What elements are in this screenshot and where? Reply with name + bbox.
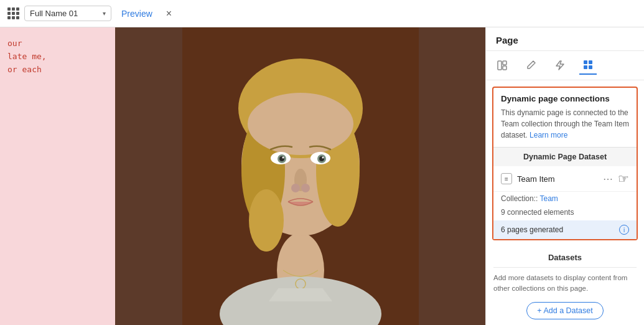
dataset-section-header: Dynamic Page Dataset (493, 147, 637, 166)
cursor-icon: ☞ (618, 171, 629, 186)
top-bar: Full Name 01 ▾ Preview × (0, 0, 644, 27)
datasets-description: Add more datasets to display content fro… (493, 273, 637, 294)
datasets-section-title: Datasets (493, 253, 637, 268)
svg-point-19 (301, 184, 310, 192)
close-button[interactable]: × (162, 7, 175, 21)
svg-point-16 (322, 157, 324, 159)
svg-rect-21 (498, 61, 502, 70)
svg-point-7 (249, 189, 284, 252)
page-title: Page (486, 27, 644, 51)
learn-more-link[interactable]: Learn more (530, 131, 567, 139)
dynamic-page-connections-section: Dynamic page connections This dynamic pa… (492, 87, 638, 240)
svg-rect-23 (503, 66, 506, 70)
apps-icon[interactable] (7, 7, 19, 19)
dataset-item-icon: ≡ (501, 173, 512, 184)
collection-link[interactable]: Team (539, 194, 558, 203)
svg-rect-26 (584, 65, 587, 69)
svg-point-18 (291, 184, 300, 192)
tab-layout-icon[interactable] (493, 57, 511, 74)
dpc-description: This dynamic page is connected to the Te… (493, 107, 637, 147)
svg-rect-25 (589, 60, 592, 64)
svg-point-15 (282, 157, 284, 159)
code-panel: our late me, or each (0, 27, 115, 325)
svg-rect-24 (584, 60, 587, 64)
dataset-item-row: ≡ Team Item ⋯ ☞ (493, 166, 637, 192)
main-content: our late me, or each (0, 27, 644, 325)
dpc-title: Dynamic page connections (493, 88, 637, 107)
dataset-item-name: Team Item (517, 174, 598, 184)
preview-button[interactable]: Preview (116, 6, 157, 21)
dataset-more-button[interactable]: ⋯ (603, 173, 613, 185)
collection-label: Collection: (501, 194, 536, 203)
svg-rect-22 (503, 61, 506, 65)
code-line-1: our (7, 37, 108, 50)
collection-row: Collection:: Team (493, 192, 637, 205)
svg-rect-27 (589, 65, 592, 69)
tab-grid-list-icon[interactable] (579, 56, 597, 75)
pages-generated-text: 6 pages generated (501, 225, 563, 234)
datasets-section: Datasets Add more datasets to display co… (486, 247, 644, 325)
code-line-3: or each (7, 64, 108, 77)
tab-lightning-icon[interactable] (551, 57, 568, 74)
tab-pen-icon[interactable] (522, 57, 539, 74)
connected-elements-row: 9 connected elements (493, 205, 637, 220)
pages-generated-row: 6 pages generated i (493, 220, 637, 239)
right-panel: Page (485, 27, 644, 325)
name-dropdown[interactable]: Full Name 01 ▾ (24, 6, 111, 21)
info-icon[interactable]: i (619, 225, 629, 235)
chevron-down-icon: ▾ (103, 10, 106, 17)
dropdown-value: Full Name 01 (30, 9, 78, 18)
code-line-2: late me, (7, 50, 108, 64)
tab-row (486, 51, 644, 80)
portrait-image (115, 27, 485, 325)
svg-point-8 (248, 93, 353, 155)
portrait-area (115, 27, 485, 325)
add-dataset-button[interactable]: + Add a Dataset (526, 302, 603, 319)
